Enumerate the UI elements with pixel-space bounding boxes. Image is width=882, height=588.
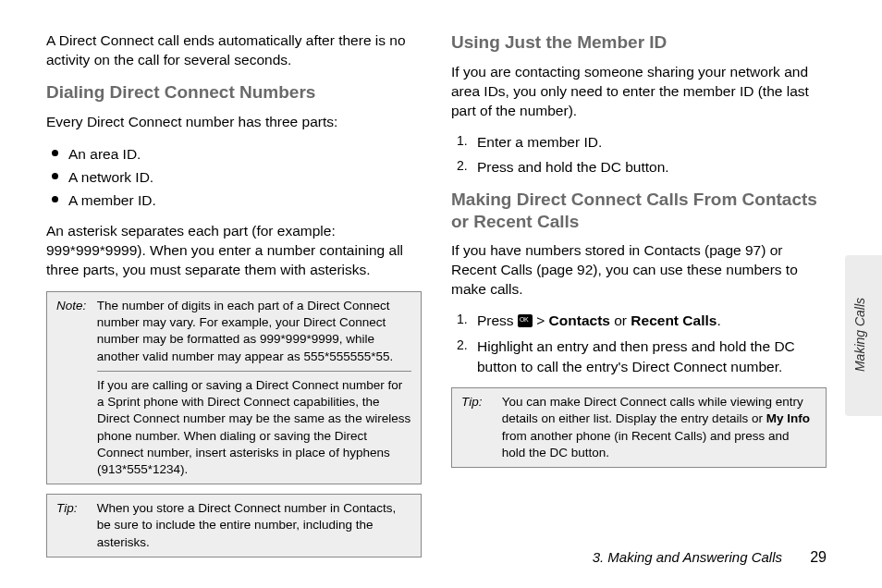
heading-from-contacts: Making Direct Connect Calls From Contact… <box>451 189 827 233</box>
tip-label: Tip: <box>56 500 93 517</box>
list-item: Enter a member ID. <box>457 132 827 153</box>
tip-label: Tip: <box>461 394 498 410</box>
list-item: Highlight an entry and then press and ho… <box>457 337 827 376</box>
note-divider <box>97 371 411 372</box>
asterisk-paragraph: An asterisk separates each part (for exa… <box>46 222 422 280</box>
two-column-layout: A Direct Connect call ends automatically… <box>46 31 827 521</box>
list-item: Press > Contacts or Recent Calls. <box>457 311 827 331</box>
tip-callout-right: Tip: You can make Direct Connect calls w… <box>451 387 827 468</box>
note-label: Note: <box>56 298 93 314</box>
right-column: Using Just the Member ID If you are cont… <box>451 31 827 521</box>
page-footer: 3. Making and Answering Calls 29 <box>593 549 827 566</box>
tip-pre: You can make Direct Connect calls while … <box>502 395 803 425</box>
step-or: or <box>610 312 631 328</box>
section-tab-label: Making Calls <box>852 298 867 372</box>
tip-text: You can make Direct Connect calls while … <box>502 394 813 461</box>
list-item: A network ID. <box>52 166 422 188</box>
tip-text: When you store a Direct Connect number i… <box>97 500 408 551</box>
parts-intro: Every Direct Connect number has three pa… <box>46 113 422 132</box>
heading-member-id: Using Just the Member ID <box>451 31 827 54</box>
intro-paragraph: A Direct Connect call ends automatically… <box>46 31 422 70</box>
steps-contacts: Press > Contacts or Recent Calls. Highli… <box>457 311 827 376</box>
ok-key-icon <box>518 314 533 327</box>
section-tab: Making Calls <box>845 255 882 416</box>
tip-post: from another phone (in Recent Calls) and… <box>502 429 790 459</box>
list-item: Press and hold the DC button. <box>457 157 827 178</box>
list-item: An area ID. <box>52 143 422 165</box>
step-post: . <box>717 312 720 328</box>
note-text-2: If you are calling or saving a Direct Co… <box>97 377 411 478</box>
contacts-paragraph: If you have numbers stored in Contacts (… <box>451 241 827 300</box>
chapter-title: 3. Making and Answering Calls <box>593 549 782 565</box>
contacts-bold: Contacts <box>549 312 610 328</box>
step-text-pre: Press <box>477 312 518 328</box>
steps-member-id: Enter a member ID. Press and hold the DC… <box>457 132 827 178</box>
note-callout: Note: The number of digits in each part … <box>46 291 422 484</box>
list-item: A member ID. <box>52 190 422 211</box>
page-number: 29 <box>810 549 827 565</box>
left-column: A Direct Connect call ends automatically… <box>46 31 422 521</box>
my-info-bold: My Info <box>766 411 810 425</box>
member-id-paragraph: If you are contacting someone sharing yo… <box>451 63 827 121</box>
recent-calls-bold: Recent Calls <box>631 312 717 328</box>
step-gt: > <box>533 312 549 328</box>
tip-callout-left: Tip: When you store a Direct Connect num… <box>46 494 422 557</box>
note-text-1: The number of digits in each part of a D… <box>97 298 408 365</box>
parts-list: An area ID. A network ID. A member ID. <box>52 143 422 212</box>
heading-dialing: Dialing Direct Connect Numbers <box>46 81 422 104</box>
